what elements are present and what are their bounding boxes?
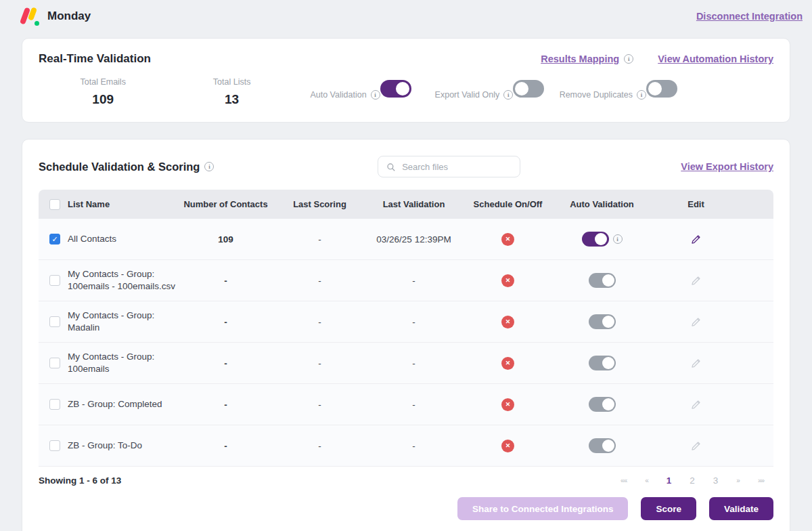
last-scoring-cell: - bbox=[273, 276, 367, 286]
lists-table: List NameNumber of ContactsLast ScoringL… bbox=[39, 190, 773, 467]
remove-duplicates-info-icon[interactable]: i bbox=[637, 90, 646, 100]
disconnect-integration-link[interactable]: Disconnect Integration bbox=[696, 11, 803, 22]
toggle-knob bbox=[648, 82, 662, 95]
last-validation-cell: - bbox=[367, 317, 461, 327]
toggle-knob bbox=[602, 398, 614, 410]
toggle-knob bbox=[602, 274, 614, 286]
pagination-prev[interactable]: « bbox=[645, 477, 648, 484]
search-input[interactable] bbox=[402, 162, 512, 172]
list-name-cell: ✓All Contacts bbox=[39, 233, 179, 245]
last-validation-cell: 03/26/25 12:39PM bbox=[367, 234, 461, 245]
search-icon bbox=[386, 162, 395, 172]
topbar: Monday Disconnect Integration bbox=[0, 0, 812, 33]
pagination-next[interactable]: » bbox=[736, 477, 740, 484]
realtime-validation-card: Real-Time Validation Results Mapping i V… bbox=[22, 38, 790, 123]
edit-pencil-icon[interactable] bbox=[690, 234, 702, 245]
row-checkbox[interactable] bbox=[49, 316, 60, 327]
remove-duplicates-toggle[interactable] bbox=[646, 80, 677, 98]
results-mapping-link[interactable]: Results Mapping bbox=[541, 54, 619, 64]
pagination-last[interactable]: »» bbox=[758, 477, 764, 484]
stat-value: 13 bbox=[167, 92, 296, 107]
auto-validation-info-icon[interactable]: i bbox=[613, 234, 623, 244]
schedule-status-cell: ✕ bbox=[461, 440, 555, 452]
edit-pencil-icon bbox=[690, 275, 702, 286]
export-valid-only-info-icon[interactable]: i bbox=[503, 90, 513, 100]
list-name-cell: My Contacts - Group: 100emails - 100emai… bbox=[39, 268, 179, 293]
edit-pencil-icon bbox=[690, 358, 702, 369]
last-validation-cell: - bbox=[367, 358, 461, 368]
select-all-checkbox[interactable] bbox=[49, 199, 60, 210]
auto-validation-toggle[interactable] bbox=[380, 80, 411, 98]
schedule-status-cell: ✕ bbox=[461, 274, 555, 287]
row-auto-validation-toggle[interactable] bbox=[589, 438, 616, 453]
toggle-label: Auto Validationi bbox=[310, 90, 380, 100]
list-name: All Contacts bbox=[68, 233, 116, 245]
last-validation-cell: - bbox=[367, 400, 461, 410]
table-body: ✓All Contacts109-03/26/25 12:39PM✕iMy Co… bbox=[39, 219, 773, 467]
validate-button[interactable]: Validate bbox=[709, 497, 773, 520]
export-valid-only-toggle[interactable] bbox=[513, 80, 544, 98]
schedule-off-icon: ✕ bbox=[501, 440, 514, 452]
contacts-cell: - bbox=[179, 317, 273, 327]
pagination-page-3[interactable]: 3 bbox=[713, 475, 719, 486]
schedule-title-info-icon[interactable]: i bbox=[204, 162, 214, 171]
list-name: ZB - Group: To-Do bbox=[68, 440, 142, 452]
toggle-label: Remove Duplicatesi bbox=[560, 90, 646, 100]
stat-total-lists: Total Lists13 bbox=[167, 75, 296, 107]
header-label: List Name bbox=[68, 199, 110, 209]
auto-validation-cell bbox=[555, 314, 649, 329]
auto-validation-cell bbox=[555, 438, 649, 453]
action-buttons: Share to Connected IntegrationsScoreVali… bbox=[39, 497, 773, 520]
auto-validation-info-icon[interactable]: i bbox=[371, 90, 380, 100]
row-checkbox[interactable] bbox=[49, 399, 60, 410]
row-auto-validation-toggle[interactable] bbox=[589, 314, 616, 329]
auto-validation-cell bbox=[555, 397, 649, 412]
search-box[interactable] bbox=[378, 156, 520, 177]
row-checkbox[interactable] bbox=[49, 358, 60, 368]
pagination-page-1[interactable]: 1 bbox=[667, 475, 672, 486]
row-auto-validation-toggle[interactable] bbox=[589, 273, 616, 288]
monday-logo-icon bbox=[20, 6, 39, 26]
toggle-label-text: Export Valid Only bbox=[435, 90, 500, 100]
toggle-label-text: Auto Validation bbox=[310, 90, 366, 100]
contacts-cell: - bbox=[179, 276, 273, 286]
view-automation-history-link[interactable]: View Automation History bbox=[658, 54, 773, 64]
row-auto-validation-toggle[interactable] bbox=[582, 232, 609, 247]
row-checkbox[interactable]: ✓ bbox=[49, 234, 60, 245]
list-name: My Contacts - Group: 100emails - 100emai… bbox=[68, 268, 179, 293]
pagination-first[interactable]: «« bbox=[621, 477, 627, 484]
pagination: «««123»»» bbox=[621, 475, 773, 486]
schedule-status-cell: ✕ bbox=[461, 316, 555, 328]
row-auto-validation-toggle[interactable] bbox=[589, 356, 616, 370]
schedule-status-cell: ✕ bbox=[461, 357, 555, 370]
row-checkbox[interactable] bbox=[49, 440, 60, 451]
row-auto-validation-toggle[interactable] bbox=[589, 397, 616, 412]
row-checkbox[interactable] bbox=[49, 275, 60, 286]
last-scoring-cell: - bbox=[273, 441, 367, 451]
edit-pencil-icon bbox=[690, 440, 702, 452]
list-name: My Contacts - Group: Madalin bbox=[68, 310, 179, 334]
stat-total-emails: Total Emails109 bbox=[39, 75, 167, 107]
list-name-cell: ZB - Group: To-Do bbox=[39, 440, 179, 452]
score-button[interactable]: Score bbox=[641, 497, 696, 520]
toggle-block-export-valid-only: Export Valid Onlyi bbox=[425, 75, 554, 107]
results-mapping-info-icon[interactable]: i bbox=[624, 54, 633, 64]
table-row: My Contacts - Group: Madalin---✕ bbox=[39, 301, 773, 343]
schedule-off-icon: ✕ bbox=[501, 274, 514, 287]
contacts-cell: - bbox=[179, 441, 273, 451]
header-cell-last-scoring: Last Scoring bbox=[273, 199, 367, 209]
header-cell-last-validation: Last Validation bbox=[367, 199, 461, 209]
last-validation-cell: - bbox=[367, 276, 461, 286]
showing-count: Showing 1 - 6 of 13 bbox=[39, 475, 121, 486]
schedule-card-title-text: Schedule Validation & Scoring bbox=[39, 161, 200, 173]
pagination-page-2[interactable]: 2 bbox=[690, 475, 695, 486]
toggle-knob bbox=[595, 233, 607, 245]
realtime-card-title: Real-Time Validation bbox=[39, 52, 151, 66]
view-export-history-link[interactable]: View Export History bbox=[681, 161, 773, 172]
schedule-card-title: Schedule Validation & Scoring i bbox=[39, 161, 378, 173]
schedule-card: Schedule Validation & Scoring i View Exp… bbox=[22, 139, 790, 531]
header-cell-schedule-on-off: Schedule On/Off bbox=[461, 199, 555, 209]
toggle-label-text: Remove Duplicates bbox=[560, 90, 633, 100]
stat-label: Total Lists bbox=[213, 77, 251, 87]
list-name-cell: ZB - Group: Completed bbox=[39, 398, 179, 410]
